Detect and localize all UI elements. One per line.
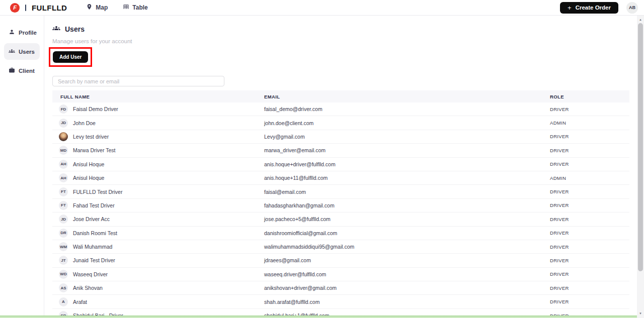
- row-avatar: DR: [59, 229, 68, 238]
- row-avatar: JD: [59, 215, 68, 224]
- user-role: DRIVER: [550, 202, 629, 208]
- user-full-name: Levy test driver: [73, 134, 109, 140]
- user-email: anis.hoque+11@fulflld.com: [264, 175, 550, 181]
- user-full-name: Waseeq Driver: [73, 271, 108, 277]
- table-row[interactable]: DR Danish Roomi Test danishroomiofficial…: [52, 227, 629, 240]
- user-full-name: Danish Roomi Test: [73, 230, 117, 236]
- user-email: jdraees@gmail.com: [264, 257, 550, 263]
- table-row[interactable]: MD Marwa Driver Test marwa_driver@email.…: [52, 144, 629, 157]
- user-role: DRIVER: [550, 230, 629, 236]
- nav-map-label: Map: [96, 4, 108, 11]
- row-avatar: FT: [59, 187, 68, 196]
- user-role: DRIVER: [550, 107, 629, 112]
- user-role: DRIVER: [550, 258, 629, 263]
- table-row[interactable]: JD John Doe john.doe@client.com ADMIN: [52, 116, 629, 130]
- row-avatar: JD: [59, 119, 68, 128]
- table-row[interactable]: WM Wali Muhammad walimuhammadsiddiqui95@…: [52, 240, 629, 254]
- user-email: danishroomiofficial@gmail.com: [264, 230, 550, 236]
- create-order-button[interactable]: + Create Order: [560, 2, 618, 14]
- bottom-green-bar: [0, 315, 637, 318]
- nav-table[interactable]: Table: [123, 4, 147, 12]
- table-row[interactable]: FT Fahad Test Driver fahadasgharkhan@gma…: [52, 199, 629, 213]
- user-role: DRIVER: [550, 271, 629, 277]
- table-row[interactable]: AS Anik Shovan anikshovan+driver@gmail.c…: [52, 281, 629, 295]
- user-role: DRIVER: [550, 244, 629, 250]
- table-row[interactable]: AH Anisul Hoque anis.hoque+11@fulflld.co…: [52, 171, 629, 185]
- table-body: FD Faisal Demo Driver faisal_demo@driver…: [52, 102, 629, 318]
- sidebar-item-label: Client: [19, 68, 35, 74]
- user-email: marwa_driver@email.com: [264, 147, 550, 153]
- user-email: anis.hoque+driver@fulflld.com: [264, 161, 550, 167]
- column-header-email: EMAIL: [264, 94, 550, 99]
- table-row[interactable]: LT Levy test driver Levy@gmail.com DRIVE…: [52, 130, 629, 144]
- nav-table-label: Table: [132, 4, 147, 11]
- table-row[interactable]: FT FULFLLD Test Driver faisal@email.com …: [52, 185, 629, 198]
- table-row[interactable]: AH Anisul Hoque anis.hoque+driver@fulfll…: [52, 158, 629, 171]
- page-subtitle: Manage users for your account: [52, 38, 629, 44]
- table-row[interactable]: FD Faisal Demo Driver faisal_demo@driver…: [52, 102, 629, 116]
- user-role: DRIVER: [550, 134, 629, 139]
- users-table: FULL NAME EMAIL ROLE FD Faisal Demo Driv…: [52, 90, 629, 318]
- user-full-name: Marwa Driver Test: [73, 147, 115, 153]
- users-icon: [9, 48, 15, 55]
- row-avatar: AH: [59, 160, 68, 169]
- user-full-name: Faisal Demo Driver: [73, 106, 118, 112]
- row-avatar: LT: [59, 132, 68, 141]
- user-full-name: Anisul Hoque: [73, 175, 104, 181]
- table-row[interactable]: WD Waseeq Driver waseeq.driver@fulflld.c…: [52, 268, 629, 281]
- user-email: shah.arafat@fulflld.com: [264, 299, 550, 305]
- add-user-button[interactable]: Add User: [53, 51, 88, 63]
- sidebar-item-label: Profile: [19, 30, 37, 36]
- column-header-role: ROLE: [550, 94, 629, 99]
- user-email: faisal@email.com: [264, 189, 550, 195]
- user-role: DRIVER: [550, 189, 629, 194]
- user-avatar[interactable]: AB: [626, 2, 638, 14]
- user-email: faisal_demo@driver.com: [264, 106, 550, 112]
- annotation-highlight-box: Add User: [49, 47, 92, 67]
- table-row[interactable]: JT Junaid Test Driver jdraees@gmail.com …: [52, 254, 629, 267]
- user-role: ADMIN: [550, 175, 629, 181]
- user-role: DRIVER: [550, 217, 629, 222]
- scrollbar-up-arrow[interactable]: ▲: [637, 16, 644, 23]
- main-content: Users Manage users for your account Add …: [45, 16, 644, 318]
- row-avatar: FD: [59, 104, 68, 114]
- map-pin-icon: [86, 4, 93, 12]
- table-row[interactable]: A Arafat shah.arafat@fulflld.com DRIVER: [52, 295, 629, 308]
- row-avatar: MD: [59, 146, 68, 155]
- column-header-full-name: FULL NAME: [52, 94, 264, 99]
- brand-name: FULFLLD: [32, 4, 67, 12]
- user-full-name: Jose Driver Acc: [73, 216, 110, 222]
- user-full-name: John Doe: [73, 120, 96, 126]
- vertical-scrollbar[interactable]: ▲ ▼: [637, 16, 644, 318]
- row-avatar: FT: [59, 201, 68, 210]
- sidebar-item-profile[interactable]: Profile: [4, 24, 40, 41]
- user-full-name: Anik Shovan: [73, 285, 103, 291]
- table-header-row: FULL NAME EMAIL ROLE: [52, 90, 629, 102]
- row-avatar: AH: [59, 173, 68, 182]
- plus-icon: +: [568, 5, 572, 11]
- sidebar-item-users[interactable]: Users: [4, 43, 40, 60]
- page-title-label: Users: [65, 25, 85, 33]
- scrollbar-down-arrow[interactable]: ▼: [637, 310, 644, 317]
- search-input[interactable]: [52, 76, 224, 86]
- top-navigation-bar: F FULFLLD Map Table + Create Order AB: [0, 0, 644, 16]
- users-icon: [52, 24, 60, 34]
- user-role: ADMIN: [550, 120, 629, 126]
- user-full-name: Wali Muhammad: [73, 244, 112, 250]
- scrollbar-thumb[interactable]: [638, 23, 643, 271]
- user-role: DRIVER: [550, 299, 629, 304]
- create-order-label: Create Order: [576, 5, 611, 11]
- fulflld-logo-icon[interactable]: F: [10, 3, 20, 13]
- user-email: fahadasgharkhan@gmail.com: [264, 202, 550, 208]
- user-email: anikshovan+driver@gmail.com: [264, 285, 550, 291]
- table-row[interactable]: JD Jose Driver Acc jose.pacheco+5@fulfll…: [52, 213, 629, 226]
- user-email: jose.pacheco+5@fulflld.com: [264, 216, 550, 222]
- nav-map[interactable]: Map: [86, 4, 108, 12]
- sidebar-item-client[interactable]: Client: [4, 62, 40, 79]
- sidebar: Profile Users Client: [0, 16, 44, 318]
- user-role: DRIVER: [550, 148, 629, 153]
- user-full-name: Arafat: [73, 299, 87, 305]
- user-email: Levy@gmail.com: [264, 134, 550, 140]
- row-avatar: JT: [59, 256, 68, 265]
- row-avatar: WD: [59, 270, 68, 279]
